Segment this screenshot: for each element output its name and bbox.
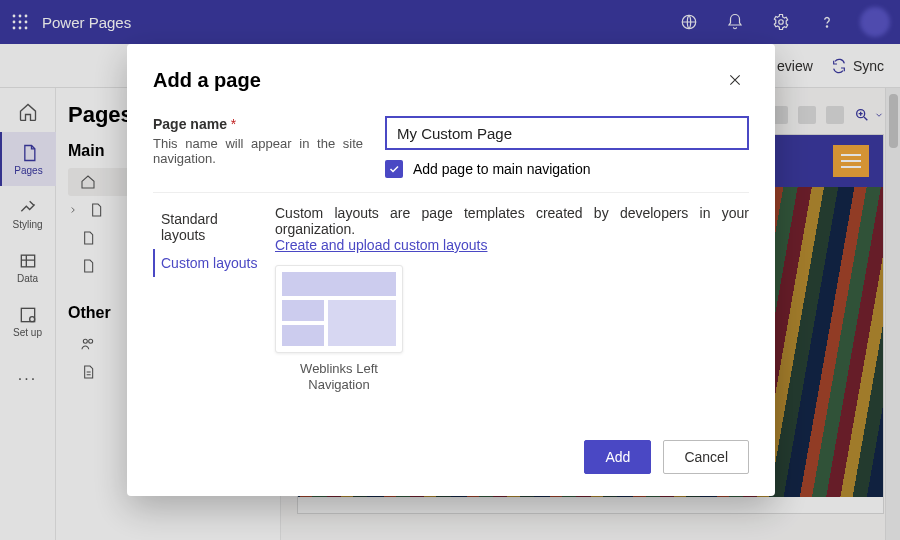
app-bar: Power Pages [0, 0, 900, 44]
notifications-icon[interactable] [718, 5, 752, 39]
svg-point-1 [19, 15, 22, 18]
layout-card-weblinks-left-nav[interactable]: Weblinks Left Navigation [275, 265, 403, 394]
svg-point-7 [19, 27, 22, 30]
create-layouts-link[interactable]: Create and upload custom layouts [275, 237, 487, 253]
add-page-dialog: Add a page Page name * This name will ap… [127, 44, 775, 496]
svg-point-16 [89, 339, 93, 343]
svg-rect-12 [21, 255, 34, 267]
rail-data-label: Data [17, 273, 38, 284]
add-button[interactable]: Add [584, 440, 651, 474]
layout-card-caption: Weblinks Left Navigation [275, 361, 403, 394]
rail-styling[interactable]: Styling [0, 186, 56, 240]
svg-point-4 [19, 21, 22, 24]
waffle-icon[interactable] [10, 12, 30, 32]
rail-home[interactable] [0, 92, 56, 132]
svg-rect-13 [21, 308, 34, 321]
svg-point-14 [29, 316, 34, 321]
dialog-title: Add a page [153, 69, 261, 92]
svg-point-0 [13, 15, 16, 18]
custom-layouts-description: Custom layouts are page templates create… [275, 205, 749, 237]
avatar[interactable] [860, 7, 890, 37]
layout-tabs: Standard layouts Custom layouts [153, 205, 265, 394]
sync-label: Sync [853, 58, 884, 74]
add-to-nav-checkbox[interactable] [385, 160, 403, 178]
canvas-scrollbar[interactable] [885, 88, 900, 540]
svg-point-6 [13, 27, 16, 30]
cancel-button[interactable]: Cancel [663, 440, 749, 474]
sync-button[interactable]: Sync [831, 58, 884, 74]
rail-setup[interactable]: Set up [0, 294, 56, 348]
page-name-label: Page name [153, 116, 227, 132]
svg-point-10 [779, 20, 784, 25]
svg-point-3 [13, 21, 16, 24]
page-name-hint: This name will appear in the site naviga… [153, 136, 363, 166]
rail-styling-label: Styling [12, 219, 42, 230]
rail-more[interactable]: ··· [0, 352, 56, 406]
product-name: Power Pages [42, 14, 131, 31]
rail-pages[interactable]: Pages [0, 132, 56, 186]
rail-setup-label: Set up [13, 327, 42, 338]
device-tablet-button[interactable] [798, 106, 816, 124]
hamburger-icon[interactable] [833, 145, 869, 177]
rail-data[interactable]: Data [0, 240, 56, 294]
zoom-dropdown[interactable] [854, 107, 884, 123]
svg-point-15 [83, 339, 87, 343]
add-to-nav-label: Add page to main navigation [413, 161, 590, 177]
divider [153, 192, 749, 193]
layout-thumb-icon [275, 265, 403, 353]
environment-icon[interactable] [672, 5, 706, 39]
svg-point-8 [25, 27, 28, 30]
close-icon[interactable] [721, 66, 749, 94]
left-rail: Pages Styling Data Set up ··· [0, 88, 56, 540]
device-mobile-button[interactable] [826, 106, 844, 124]
tab-custom-layouts[interactable]: Custom layouts [153, 249, 265, 277]
page-name-input[interactable] [385, 116, 749, 150]
help-icon[interactable] [810, 5, 844, 39]
preview-button[interactable]: eview [777, 58, 813, 74]
tab-standard-layouts[interactable]: Standard layouts [153, 205, 265, 249]
preview-label: eview [777, 58, 813, 74]
svg-point-2 [25, 15, 28, 18]
settings-icon[interactable] [764, 5, 798, 39]
rail-pages-label: Pages [14, 165, 42, 176]
svg-point-5 [25, 21, 28, 24]
required-asterisk: * [231, 116, 236, 132]
svg-point-11 [826, 26, 827, 27]
